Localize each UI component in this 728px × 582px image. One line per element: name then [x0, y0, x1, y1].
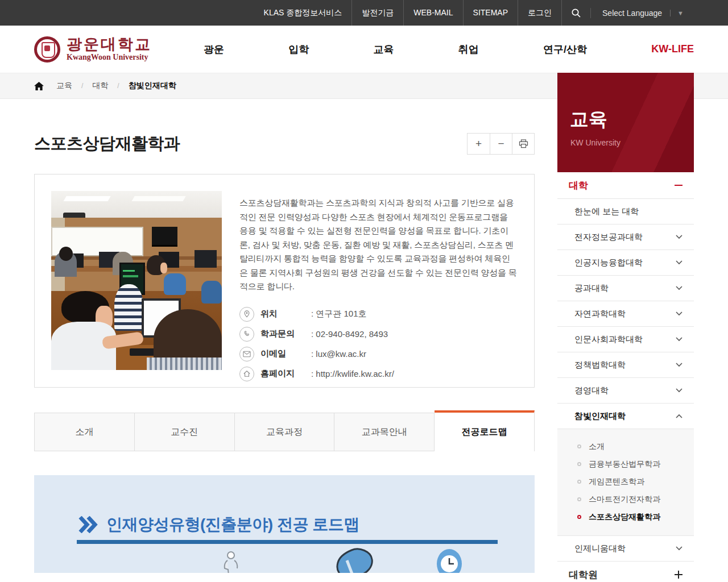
chevron-down-icon	[676, 286, 682, 290]
topbar-link-klas[interactable]: KLAS 종합정보서비스	[254, 0, 353, 26]
university-logo[interactable]: 광운대학교 KwangWoon University	[34, 36, 152, 63]
sidebar-item-natural-science[interactable]: 자연과학대학	[557, 301, 694, 327]
sidebar-item-ingenium[interactable]: 인제니움대학	[557, 536, 694, 562]
sidebar-item-label: 정책법학대학	[574, 360, 626, 371]
breadcrumb-item-current: 참빛인재대학	[129, 81, 176, 91]
submenu-item-finance-law[interactable]: 금융부동산법무학과	[557, 455, 694, 473]
sidebar-item-graduate-school[interactable]: 대학원	[557, 562, 694, 582]
info-row-phone: 학과문의 : 02-940-8492, 8493	[239, 327, 518, 342]
site-header: 광운대학교 KwangWoon University 광운 입학 교육 취업 연…	[0, 26, 728, 73]
photo-student-face	[160, 263, 167, 273]
nav-item-career[interactable]: 취업	[458, 43, 479, 56]
chevron-down-icon	[676, 311, 682, 316]
sidebar-item-label: 경영대학	[574, 385, 609, 396]
logo-subtitle: KwangWoon University	[67, 53, 152, 62]
roadmap-illustration-object	[330, 548, 381, 573]
submenu-item-sports-counseling[interactable]: 스포츠상담재활학과	[557, 508, 694, 526]
submenu-item-intro[interactable]: 소개	[557, 438, 694, 455]
topbar-link-sitemap[interactable]: SITEMAP	[464, 0, 518, 26]
sidebar-item-law-policy[interactable]: 정책법학대학	[557, 352, 694, 378]
location-pin-icon	[239, 307, 254, 322]
info-label: 위치	[260, 309, 305, 319]
font-zoom-in-button[interactable]: +	[468, 134, 490, 154]
photo-ceiling-light	[63, 196, 110, 201]
photo-ceiling-light	[131, 196, 185, 201]
tab-major-roadmap[interactable]: 전공로드맵	[435, 410, 535, 451]
tab-curriculum[interactable]: 교육과정	[235, 413, 335, 451]
breadcrumb-item-education[interactable]: 교육	[56, 81, 72, 91]
photo-blue-chair	[201, 281, 222, 304]
info-label: 홈페이지	[260, 368, 305, 379]
home-icon[interactable]	[34, 82, 56, 90]
tab-courses[interactable]: 교과목안내	[334, 413, 435, 451]
sidebar-item-university[interactable]: 대학	[557, 172, 694, 199]
nav-item-research[interactable]: 연구/산학	[543, 43, 587, 56]
chevron-down-icon	[676, 337, 682, 342]
language-caret-icon[interactable]: ▼	[670, 10, 684, 16]
department-tabs: 소개 교수진 교육과정 교과목안내 전공로드맵	[34, 413, 535, 451]
info-row-email: 이메일 : lux@kw.ac.kr	[239, 347, 518, 361]
info-label: 학과문의	[260, 329, 305, 339]
chevron-down-icon	[676, 546, 682, 551]
sidebar-item-label: 전자정보공과대학	[574, 232, 643, 243]
search-icon[interactable]	[562, 8, 591, 18]
submenu-item-label: 게임콘텐츠학과	[589, 477, 644, 487]
classroom-photo	[51, 191, 222, 370]
sidebar-item-humanities[interactable]: 인문사회과학대학	[557, 327, 694, 352]
sidebar-item-electronics[interactable]: 전자정보공과대학	[557, 225, 694, 250]
sidebar-item-ai[interactable]: 인공지능융합대학	[557, 250, 694, 276]
page-tools: + −	[467, 133, 535, 155]
bullet-icon	[577, 444, 581, 448]
intro-right: 스포츠상담재활학과는 스포츠과학의 지식과 창의적 사고를 기반으로 실용적인 …	[239, 191, 518, 371]
breadcrumb-separator: /	[108, 82, 128, 90]
submenu-item-smart-electronics[interactable]: 스마트전기전자학과	[557, 490, 694, 508]
sidebar-submenu: 소개 금융부동산법무학과 게임콘텐츠학과 스마트전기전자학과 스포츠상담재활학과	[557, 429, 694, 536]
nav-item-kwlife[interactable]: KW-LIFE	[651, 43, 694, 55]
breadcrumb-item-college[interactable]: 대학	[92, 81, 108, 91]
print-button[interactable]	[512, 134, 534, 154]
roadmap-divider	[77, 540, 498, 544]
sidebar-item-business[interactable]: 경영대학	[557, 378, 694, 404]
bullet-icon	[577, 497, 581, 501]
sidebar-item-label: 자연과학대학	[574, 309, 626, 319]
department-intro-box: 스포츠상담재활학과는 스포츠과학의 지식과 창의적 사고를 기반으로 실용적인 …	[34, 174, 535, 388]
chevron-up-icon	[676, 414, 682, 418]
sidebar-item-chambit[interactable]: 참빛인재대학	[557, 404, 694, 429]
info-label: 이메일	[260, 348, 305, 359]
photo-code-lines	[123, 270, 135, 272]
nav-item-education[interactable]: 교육	[374, 43, 394, 56]
nav-item-kwangwoon[interactable]: 광운	[204, 43, 224, 56]
sidebar-subtitle: KW University	[570, 138, 694, 147]
submenu-item-label: 소개	[589, 442, 605, 452]
roadmap-title-row: 인재양성유형(진출분야) 전공 로드맵	[78, 514, 359, 535]
bullet-icon	[577, 462, 581, 466]
info-value[interactable]: : http://kwlife.kw.ac.kr/	[311, 369, 394, 379]
roadmap-section: 인재양성유형(진출분야) 전공 로드맵	[34, 475, 535, 573]
sidebar-item-label: 한눈에 보는 대학	[574, 206, 639, 217]
bullet-icon	[577, 480, 581, 484]
language-select[interactable]: Select Language	[591, 9, 670, 18]
chevron-down-icon	[676, 388, 682, 393]
page-head: 스포츠상담재활학과 + −	[34, 132, 535, 155]
info-value: : 02-940-8492, 8493	[311, 329, 388, 339]
tab-faculty[interactable]: 교수진	[135, 413, 235, 451]
expand-plus-icon	[675, 571, 682, 579]
tab-intro[interactable]: 소개	[34, 413, 135, 451]
photo-woman-shoulder	[147, 357, 222, 370]
sidebar-item-engineering[interactable]: 공과대학	[557, 276, 694, 301]
sidebar-item-overview[interactable]: 한눈에 보는 대학	[557, 199, 694, 225]
collapse-minus-icon	[675, 185, 682, 186]
submenu-item-label: 스포츠상담재활학과	[589, 512, 660, 522]
photo-monitor	[195, 250, 217, 268]
info-value[interactable]: : lux@kw.ac.kr	[311, 349, 366, 359]
sidebar-item-label: 인제니움대학	[574, 543, 626, 554]
font-zoom-out-button[interactable]: −	[490, 134, 512, 154]
topbar-link-fund[interactable]: 발전기금	[352, 0, 404, 26]
submenu-item-game-contents[interactable]: 게임콘텐츠학과	[557, 473, 694, 490]
department-info-list: 위치 : 연구관 101호 학과문의 : 02-940-8492, 8493 이…	[239, 307, 518, 381]
sidebar-header: 교육 KW University	[557, 73, 694, 172]
sidebar-item-label: 대학	[569, 179, 588, 192]
topbar-link-webmail[interactable]: WEB-MAIL	[404, 0, 463, 26]
topbar-link-login[interactable]: 로그인	[518, 0, 562, 26]
nav-item-admission[interactable]: 입학	[288, 43, 309, 56]
